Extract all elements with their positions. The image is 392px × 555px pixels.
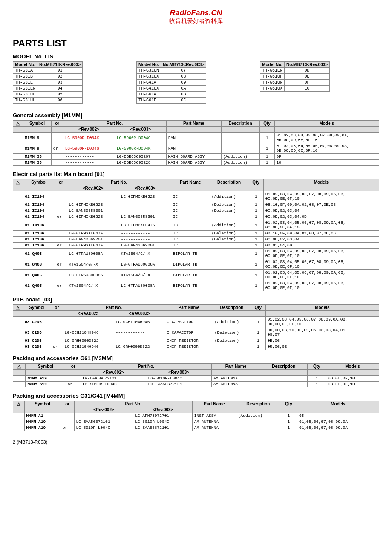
col-qty: Qty	[307, 364, 326, 370]
page-footer: 2 (MB713-R003)	[13, 439, 379, 445]
table-row: 01 IC106 LG-0IPMGKE047A ------------ IC …	[13, 231, 379, 237]
col-empty3	[66, 370, 81, 376]
model-row: TH-G31E03	[13, 80, 83, 86]
col-empty4	[166, 127, 221, 133]
model-row: TH-G31UH06	[13, 98, 83, 104]
model-no: TH-G41A	[137, 80, 161, 86]
model-no: TH-G41UX	[137, 86, 161, 92]
col-partno: Part No.	[63, 121, 166, 127]
col-empty	[13, 407, 25, 413]
col-desc	[221, 143, 259, 154]
col-delta: △	[13, 179, 23, 185]
model-rev: 06	[37, 98, 83, 104]
col-delta	[13, 133, 23, 143]
electrical-main-table: △ Symbol or Part No. Part Name Descripti…	[13, 179, 379, 291]
col-delta: △	[13, 401, 25, 407]
model-rev: 08	[161, 74, 206, 80]
model-no: TH-G31EN	[13, 86, 37, 92]
model-list-title: MODEL No. LIST	[13, 53, 379, 60]
col-empty3	[51, 311, 63, 317]
model-no: TH-G31UN	[137, 68, 161, 74]
col-desc: Description	[210, 179, 248, 185]
col-rev002: LG-0TRAU80008A	[67, 249, 119, 259]
col-or: or	[55, 214, 67, 220]
col-desc	[210, 243, 248, 249]
col-rev003: LG-5900R-D004G	[115, 133, 166, 143]
model-row: TH-G61UH0E	[260, 74, 330, 80]
col-desc: (Addition)	[221, 154, 259, 160]
col-models: Models	[274, 121, 379, 127]
col-models: 0C,0D,02,03,04,0D	[263, 214, 379, 220]
model-no: TH-G31B	[13, 74, 37, 80]
table-row: M1MM 9 LG-5900R-D004K LG-5900R-D004G FAN…	[13, 133, 379, 143]
col-empty5	[213, 311, 251, 317]
model-rev: 01	[37, 68, 83, 74]
col-empty3	[61, 407, 74, 413]
site-title: RadioFans.CN	[13, 9, 379, 17]
col-symbol: M1MM 33	[23, 160, 52, 166]
col-symbol: M4MM A19	[24, 425, 61, 431]
col-qty: 1	[280, 419, 297, 425]
col-rev003: LG-0TRAU80008A	[119, 280, 171, 291]
model-col-header: Model No.	[13, 62, 37, 68]
col-rev002: <Rev.002>	[63, 311, 114, 317]
col-desc: (Addition)	[236, 413, 280, 419]
col-desc: Description	[221, 121, 259, 127]
col-empty7	[265, 311, 379, 317]
col-rev003: <Rev.003>	[146, 370, 211, 376]
col-models: 01,02,03,04,05,06,07,08,09,0A,0B,0C,0D,0…	[263, 191, 379, 202]
col-empty6	[251, 311, 266, 317]
col-desc	[210, 280, 248, 291]
col-symbol: 03 C2D6	[23, 317, 51, 327]
col-delta	[13, 202, 23, 208]
model-list-section: MODEL No. LIST Model No. No.MB713<Rev.00…	[13, 53, 379, 107]
col-rev003: ------------	[114, 327, 165, 338]
col-empty5	[210, 185, 248, 191]
model-rev: 0D	[285, 68, 330, 74]
col-empty7	[297, 407, 379, 413]
col-symbol: 01 Q403	[23, 249, 55, 259]
col-partname: IC	[171, 191, 210, 202]
col-or	[61, 419, 74, 425]
packing-m4mm-table: △ Symbol or Part No. Part Name Descripti…	[13, 401, 379, 431]
col-models: 0C,0D,0B,10,0F,09,0A,02,03,04,01,08,07	[265, 327, 379, 338]
col-rev002: KTA1504/G/-X	[67, 259, 119, 270]
col-empty5	[236, 407, 280, 413]
col-partname: IC	[171, 237, 210, 243]
col-desc: (Deletion)	[213, 327, 251, 338]
col-qty: 1	[248, 280, 263, 291]
col-partname: Part Name	[192, 401, 236, 407]
col-rev003: ------------	[119, 231, 171, 237]
model-row: TH-G41A09	[137, 80, 206, 86]
col-symbol: 03 C2D6	[23, 344, 51, 350]
col-empty2	[23, 311, 51, 317]
col-partname: FAN	[166, 143, 221, 154]
col-partname: Part Name	[171, 179, 210, 185]
model-row: TH-G31UX08	[137, 74, 206, 80]
col-rev002: LG-0CH1104H946	[63, 327, 114, 338]
col-delta	[13, 208, 23, 214]
col-rev002: LG-EAN60658301	[67, 208, 119, 214]
col-desc	[210, 249, 248, 259]
col-desc	[236, 419, 280, 425]
col-symbol: 01 IC104	[23, 202, 55, 208]
col-desc	[213, 344, 251, 350]
col-symbol: 01 IC106	[23, 237, 55, 243]
col-rev002: ------------	[67, 191, 119, 202]
col-models: 01,02,03,04,05,06,07,08,09,0A,0B,0C,0D,0…	[263, 270, 379, 280]
col-symbol: M4MM A19	[24, 419, 61, 425]
col-desc: (Addition)	[221, 160, 259, 166]
col-rev003: LG-EAN42369201	[119, 243, 171, 249]
col-rev003: LG-0TRAU80008A	[119, 259, 171, 270]
col-desc: (Deletion)	[210, 237, 248, 243]
col-rev003: LG-0IPMGKE022B	[119, 191, 171, 202]
packing-m4mm-section: Packing and accessories G31/G41 [M4MM] △…	[13, 393, 379, 431]
col-qty: 1	[248, 208, 263, 214]
col-rev003: <Rev.003>	[133, 407, 193, 413]
table-row: M1MM 9 or LG-5900R-D004G LG-5900R-D004K …	[13, 143, 379, 154]
col-delta	[13, 280, 23, 291]
col-symbol: 03 C2D6	[23, 338, 51, 344]
table-row: 01 IC106 ------------ LG-0IPMGKE047A IC …	[13, 220, 379, 231]
col-empty6	[307, 370, 326, 376]
table-row: 03 C2D6 LG-0RH0000D622 ------------ CHIP…	[13, 338, 379, 344]
